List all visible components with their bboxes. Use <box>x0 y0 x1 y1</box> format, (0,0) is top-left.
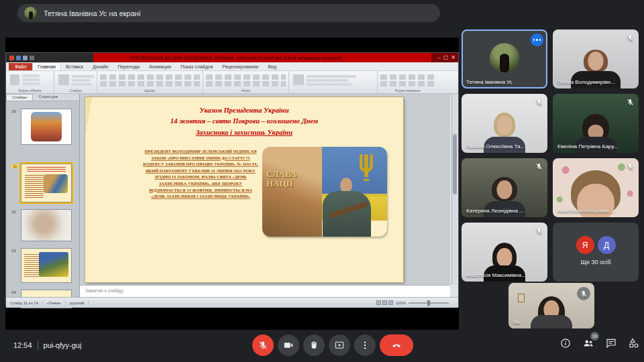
tile-options-icon[interactable] <box>531 34 543 46</box>
thumbnail-current-slide <box>21 164 71 202</box>
quick-access-toolbar[interactable] <box>9 56 34 60</box>
tab-animations[interactable]: Анимация <box>144 63 176 70</box>
ribbon-group-drawing[interactable] <box>289 71 378 93</box>
tab-insert[interactable]: Вставка <box>61 63 88 70</box>
zoom-slider[interactable] <box>409 302 449 304</box>
overflow-avatars: Я Д <box>553 236 639 254</box>
wall-picture <box>518 294 525 302</box>
tile-you[interactable]: Ви <box>508 283 594 328</box>
slide-image-caption: СЛАВА НАЦІЇ <box>266 170 308 189</box>
shared-screen: ПРЕЗЕНТАЦІЯ ДО ДНЯ ЗАХИСНИКА УКРАЇНИ - M… <box>5 38 459 330</box>
paragraph-controls-row1[interactable] <box>206 74 286 80</box>
tab-home[interactable]: Главная <box>32 62 61 70</box>
slide-number: 11 <box>11 164 18 168</box>
slide-number: 14 <box>11 290 16 294</box>
mountain-background <box>262 147 322 237</box>
camera-toggle-button[interactable] <box>278 335 299 356</box>
font-controls-row1[interactable] <box>100 74 200 80</box>
participant-name: Ви <box>513 319 520 325</box>
slide-title: Указом Президента України 14 жовтня – св… <box>92 105 396 138</box>
powerpoint-icon <box>9 56 14 60</box>
tab-slideshow[interactable]: Показ слайдов <box>176 63 217 70</box>
ribbon-group-clipboard[interactable]: Буфер обмена <box>6 71 54 93</box>
zoom-percentage: 120% <box>396 301 406 305</box>
slide-thumbnail-12[interactable]: 12 <box>21 209 72 241</box>
paragraph-controls-row2[interactable] <box>206 81 286 86</box>
group-label-font: Шрифт <box>97 88 203 93</box>
tab-file[interactable]: Файл <box>9 63 32 70</box>
notes-placeholder: Заметки к слайду <box>85 288 123 293</box>
undo-icon[interactable] <box>23 56 28 60</box>
view-mode-buttons[interactable] <box>376 300 393 305</box>
participant-name: Анастасія Максимівна... <box>466 272 526 278</box>
slide-thumbnail-11-selected[interactable]: 11 <box>21 164 72 202</box>
editing-controls-row1[interactable] <box>380 74 435 80</box>
participant-name: Евеліна Петрівна Бару... <box>557 143 618 149</box>
drawing-controls[interactable] <box>292 73 374 87</box>
chat-button[interactable] <box>605 337 617 349</box>
slide-title-line2: 14 жовтня – свято Покрови – оголошено Дн… <box>92 116 396 127</box>
slide-title-line3: Захисника і захисниць України <box>92 127 396 138</box>
ribbon-group-slides[interactable]: Слайды <box>54 71 97 93</box>
tab-view[interactable]: Вид <box>263 63 281 70</box>
slide-number: 10 <box>11 109 16 113</box>
panel-tab-slides[interactable]: Слайды <box>6 94 33 101</box>
thumbnail-photo-slide <box>21 210 71 241</box>
participants-button[interactable]: 39 <box>582 337 594 349</box>
editing-controls-row2[interactable] <box>380 81 435 86</box>
tab-review[interactable]: Рецензирование <box>217 63 263 70</box>
slide-workspace: Указом Президента України 14 жовтня – св… <box>80 94 450 285</box>
tile-kateryna[interactable]: Катерина Леонідівна ... <box>462 158 547 217</box>
leave-call-button[interactable] <box>380 335 413 356</box>
zoom-controls[interactable]: 120% <box>376 300 449 305</box>
maximize-icon[interactable]: ▢ <box>443 55 449 60</box>
meeting-code: pui-qfyy-guj <box>44 341 82 349</box>
panel-tab-outline[interactable]: Структура <box>33 94 62 101</box>
tab-design[interactable]: Дизайн <box>88 63 113 70</box>
tab-transitions[interactable]: Переходы <box>113 63 144 70</box>
redo-icon[interactable] <box>30 56 34 60</box>
close-icon[interactable]: ✕ <box>451 55 455 60</box>
powerpoint-titlebar: ПРЕЗЕНТАЦІЯ ДО ДНЯ ЗАХИСНИКА УКРАЇНИ - M… <box>6 53 458 62</box>
mic-toggle-button[interactable] <box>252 335 274 356</box>
slide-thumbnail-10[interactable]: 10 <box>21 109 72 145</box>
tile-anastasiia-m[interactable]: Анастасія Максимівна... <box>462 223 547 282</box>
ribbon-group-font[interactable]: Шрифт <box>97 71 203 93</box>
thumbnail-image-pokrova-icon <box>31 112 62 141</box>
tile-oksana[interactable]: Оксана Олексіївна Та... <box>462 94 547 153</box>
group-label-paragraph: Абзац <box>203 88 288 93</box>
ribbon-group-editing[interactable]: Редактирование <box>378 71 438 93</box>
powerpoint-window: ПРЕЗЕНТАЦІЯ ДО ДНЯ ЗАХИСНИКА УКРАЇНИ - M… <box>5 52 459 307</box>
clipboard-controls[interactable] <box>9 73 51 87</box>
notes-pane[interactable]: Заметки к слайду <box>80 285 450 297</box>
slide-image-cossack[interactable]: СЛАВА НАЦІЇ <box>262 147 387 237</box>
slide-thumbnail-13[interactable]: 13 <box>21 248 72 283</box>
current-slide[interactable]: Указом Президента України 14 жовтня – св… <box>85 97 403 282</box>
ribbon-group-paragraph[interactable]: Абзац <box>203 71 289 93</box>
cossack-figure <box>317 178 374 237</box>
tile-evelina[interactable]: Евеліна Петрівна Бару... <box>553 94 639 153</box>
minimize-icon[interactable]: – <box>437 55 440 60</box>
tile-anastasiia-v[interactable]: Анастасія Вікторівна ... <box>553 158 639 217</box>
vertical-scrollbar[interactable] <box>451 94 457 285</box>
slides-controls[interactable] <box>57 73 94 87</box>
status-theme: «Тема» <box>43 301 66 305</box>
raise-hand-button[interactable] <box>303 335 325 356</box>
participants-count-badge: 39 <box>590 332 599 341</box>
status-slide-counter: Слайд 11 из 14 <box>6 301 43 305</box>
window-buttons[interactable]: – ▢ ✕ <box>437 55 455 60</box>
slide-body-text: ПРЕЗИДЕНТ ВОЛОДИМИР ЗЕЛЕНСЬКИЙ ПІДПИСАВ … <box>142 148 260 200</box>
participant-name: Олена Володимирівн... <box>557 79 615 85</box>
font-controls-row2[interactable] <box>100 81 200 86</box>
participant-name: Катерина Леонідівна ... <box>466 208 524 214</box>
call-controls <box>252 335 413 356</box>
tile-more-people[interactable]: Я Д Ще 30 осіб <box>553 223 639 282</box>
more-options-button[interactable] <box>354 335 376 356</box>
present-screen-button[interactable] <box>329 335 350 356</box>
presenting-banner-text: Тетяна Іванівна Ус на екрані <box>44 9 140 17</box>
save-icon[interactable] <box>16 56 21 60</box>
meeting-details-button[interactable] <box>559 337 572 349</box>
tile-olena[interactable]: Олена Володимирівн... <box>553 29 639 88</box>
tile-tetiana-presenting[interactable]: Тетяна Іванівна Ус <box>462 29 547 88</box>
activities-button[interactable] <box>628 337 640 349</box>
